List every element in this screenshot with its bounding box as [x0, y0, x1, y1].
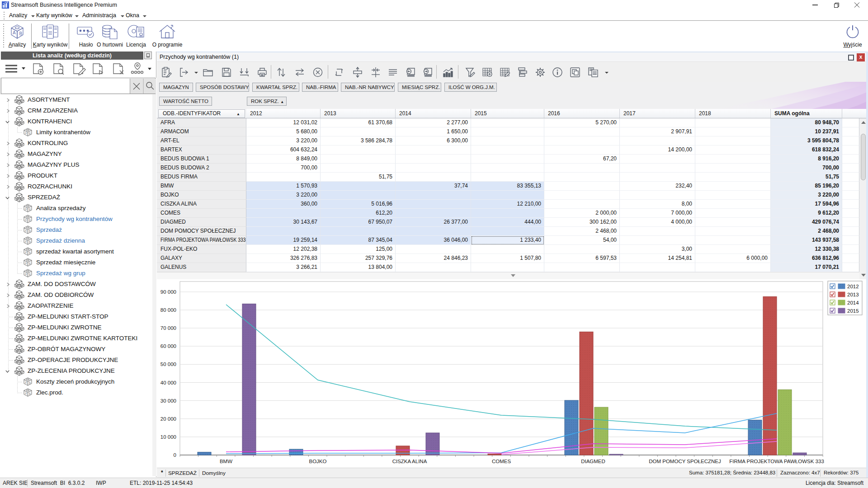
svg-text:60 000: 60 000: [160, 343, 176, 349]
svg-text:FIRMA PROJEKTOWA PAWŁOWSK 333: FIRMA PROJEKTOWA PAWŁOWSK 333: [729, 459, 824, 464]
svg-text:10 000: 10 000: [160, 434, 176, 440]
svg-text:80 000: 80 000: [160, 307, 176, 313]
svg-text:0: 0: [174, 452, 176, 458]
svg-text:2014: 2014: [847, 300, 859, 305]
svg-text:COMES: COMES: [492, 459, 511, 464]
svg-text:BOJKO: BOJKO: [309, 459, 327, 464]
svg-text:A: A: [13, 30, 16, 35]
svg-text:CISZKA ALINA: CISZKA ALINA: [392, 459, 427, 464]
svg-text:90 000: 90 000: [160, 289, 176, 295]
svg-text:2012: 2012: [847, 284, 859, 289]
svg-text:DIAGMED: DIAGMED: [581, 459, 605, 464]
svg-text:70 000: 70 000: [160, 325, 176, 331]
svg-text:50 000: 50 000: [160, 361, 176, 367]
svg-text:30 000: 30 000: [160, 398, 176, 404]
svg-text:DOM POMOCY SPOŁECZNEJ: DOM POMOCY SPOŁECZNEJ: [649, 459, 721, 464]
svg-text:2015: 2015: [847, 308, 859, 314]
svg-text:BMW: BMW: [220, 459, 232, 464]
svg-text:40 000: 40 000: [160, 380, 176, 385]
svg-text:B: B: [19, 31, 23, 36]
svg-text:20 000: 20 000: [160, 416, 176, 422]
svg-text:2013: 2013: [847, 292, 859, 297]
